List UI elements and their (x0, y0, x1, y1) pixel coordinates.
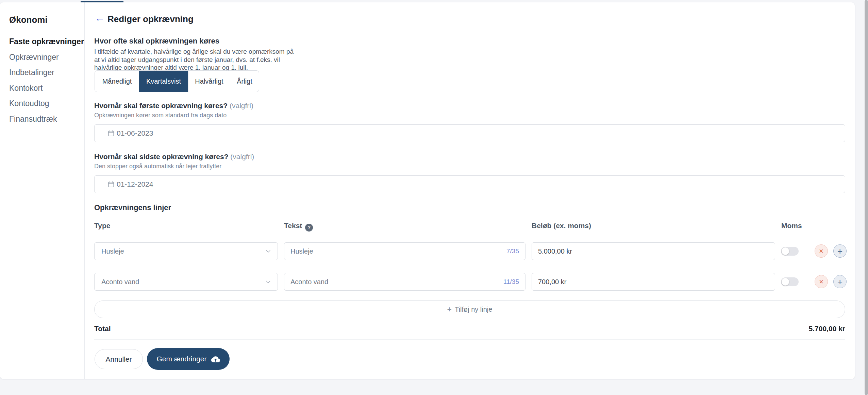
line-text-input[interactable] (290, 278, 503, 286)
sidebar-item-kontokort[interactable]: Kontokort (9, 84, 43, 93)
line-amount-input[interactable] (538, 278, 769, 286)
remove-line-button[interactable]: × (815, 275, 828, 288)
save-button[interactable]: Gem ændringer (147, 348, 230, 370)
divider (94, 339, 845, 340)
add-new-line-label: Tilføj ny linje (455, 306, 492, 313)
last-run-optional: (valgfri) (230, 153, 254, 160)
line-text-field[interactable]: 7/35 (284, 242, 525, 260)
first-run-date-field[interactable] (94, 124, 845, 142)
page-title: Rediger opkrævning (107, 14, 194, 24)
plus-icon: + (837, 277, 842, 286)
frequency-tab-group: Månedligt Kvartalsvist Halvårligt Årligt (95, 70, 259, 92)
save-button-label: Gem ændringer (156, 355, 206, 363)
line-type-value: Aconto vand (101, 278, 139, 286)
frequency-description: I tilfælde af kvartale, halvårlige og år… (94, 48, 294, 72)
total-value: 5.700,00 kr (809, 325, 845, 333)
first-run-helper: Opkrævningen kører som standard fra dags… (94, 112, 227, 119)
sidebar-item-kontoudtog[interactable]: Kontoudtog (9, 99, 49, 108)
toggle-knob (782, 278, 789, 286)
vat-toggle[interactable] (781, 247, 799, 256)
calendar-icon (107, 130, 115, 137)
back-arrow-icon[interactable]: ← (95, 13, 105, 23)
frequency-description-line: at vi altid tager udgangspunkt i den før… (94, 56, 294, 64)
cancel-button[interactable]: Annuller (95, 349, 143, 369)
first-run-optional: (valgfri) (230, 102, 253, 109)
sidebar-title: Økonomi (9, 15, 48, 25)
sidebar: Økonomi Faste opkrævninger Opkrævninger … (0, 2, 85, 379)
close-icon: × (819, 247, 823, 255)
close-icon: × (819, 278, 823, 286)
add-line-button[interactable]: + (833, 275, 847, 288)
column-header-moms: Moms (781, 222, 802, 230)
help-icon[interactable]: ? (305, 224, 313, 231)
vat-toggle[interactable] (781, 277, 799, 286)
cloud-upload-icon (211, 356, 220, 363)
frequency-description-line: I tilfælde af kvartale, halvårlige og år… (94, 48, 294, 56)
tab-aarligt[interactable]: Årligt (230, 71, 259, 92)
sidebar-item-opkraevninger[interactable]: Opkrævninger (9, 53, 59, 62)
plus-icon: + (837, 247, 842, 256)
lines-heading: Opkrævningens linjer (94, 203, 171, 212)
browser-tab-indicator (81, 1, 123, 2)
sidebar-item-faste-opkraevninger[interactable]: Faste opkrævninger (9, 37, 84, 46)
calendar-icon (107, 181, 115, 188)
sidebar-item-finansudtraek[interactable]: Finansudtræk (9, 115, 57, 124)
column-header-tekst: Tekst? (284, 222, 313, 231)
char-counter: 11/35 (503, 278, 519, 286)
line-amount-field[interactable] (532, 242, 775, 260)
char-counter: 7/35 (506, 247, 519, 255)
line-amount-field[interactable] (532, 273, 775, 291)
vertical-scrollbar[interactable] (865, 0, 868, 395)
sidebar-item-indbetalinger[interactable]: Indbetalinger (9, 68, 54, 77)
first-run-label: Hvornår skal første opkrævning køres? (v… (94, 102, 253, 110)
add-line-button[interactable]: + (833, 244, 847, 258)
remove-line-button[interactable]: × (815, 244, 828, 258)
line-text-input[interactable] (290, 247, 506, 255)
column-header-beloeb: Beløb (ex. moms) (532, 222, 591, 230)
chevron-down-icon (266, 280, 271, 284)
line-type-select[interactable]: Aconto vand (94, 273, 278, 291)
app-window: Økonomi Faste opkrævninger Opkrævninger … (0, 0, 868, 395)
last-run-helper: Den stopper også automatisk når lejer fr… (94, 163, 221, 170)
last-run-date-field[interactable] (94, 175, 845, 193)
line-type-select[interactable]: Husleje (94, 242, 278, 260)
line-amount-input[interactable] (538, 247, 769, 255)
add-new-line-button[interactable]: + Tilføj ny linje (94, 300, 845, 318)
last-run-label: Hvornår skal sidste opkrævning køres? (v… (94, 153, 254, 161)
frequency-heading: Hvor ofte skal opkrævningen køres (94, 37, 219, 46)
first-run-date-input[interactable] (117, 129, 253, 137)
toggle-knob (782, 247, 789, 255)
tab-kvartalsvist[interactable]: Kvartalsvist (139, 71, 188, 92)
tab-halvaarligt[interactable]: Halvårligt (188, 71, 230, 92)
tab-maanedligt[interactable]: Månedligt (95, 71, 139, 92)
line-type-value: Husleje (101, 247, 124, 255)
chevron-down-icon (266, 250, 271, 253)
total-label: Total (94, 325, 111, 333)
line-text-field[interactable]: 11/35 (284, 273, 525, 291)
last-run-date-input[interactable] (117, 180, 253, 188)
plus-icon: + (447, 305, 452, 314)
column-header-type: Type (94, 222, 110, 230)
